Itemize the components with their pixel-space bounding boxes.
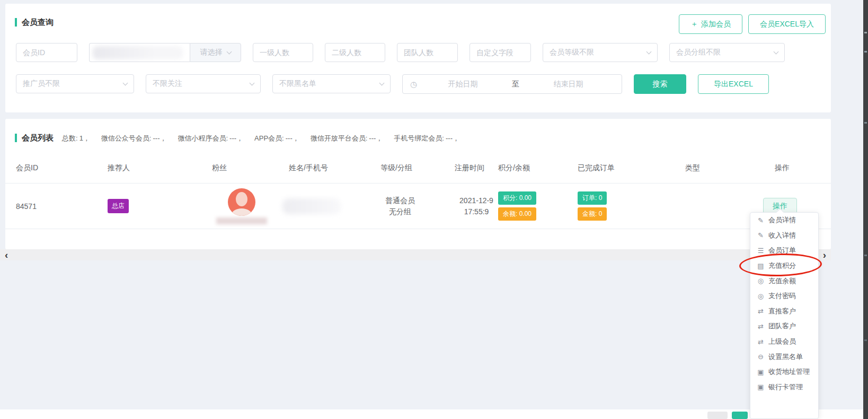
strip-mark: [864, 32, 867, 33]
card-icon: ▤: [757, 262, 765, 270]
date-to-label: 至: [509, 80, 522, 89]
avatar[interactable]: [228, 188, 255, 216]
top-actions: ＋ 添加会员 会员EXCEL导入: [679, 14, 826, 34]
referrer-badge: 总店: [108, 199, 129, 213]
filter-row-1: 请选择 会员等级不限 会员分组不限: [5, 43, 831, 62]
menu-item-bank-cards[interactable]: ▣ 银行卡管理: [750, 380, 818, 395]
menu-item-recharge-points[interactable]: ▤ 充值积分: [750, 258, 818, 274]
member-id-input[interactable]: [16, 43, 77, 62]
level2-count-input[interactable]: [325, 43, 385, 62]
promoter-select[interactable]: 推广员不限: [16, 74, 134, 93]
swap-icon: ⇄: [757, 307, 765, 315]
list-title: 会员列表: [22, 130, 54, 145]
level1-count-input[interactable]: [253, 43, 313, 62]
member-stats: 总数:1， 微信公众号会员:---， 微信小程序会员:---， APP会员:--…: [62, 131, 461, 146]
excel-import-button[interactable]: 会员EXCEL导入: [748, 14, 826, 34]
chevron-down-icon: [123, 80, 128, 85]
menu-item-member-detail[interactable]: ✎ 会员详情: [750, 213, 818, 228]
menu-item-income-detail[interactable]: ✎ 收入详情: [750, 228, 818, 243]
menu-item-member-orders[interactable]: ☰ 会员订单: [750, 243, 818, 258]
blacklist-value: 不限黑名单: [279, 79, 316, 89]
redacted-keyword-value: [93, 46, 183, 59]
chevron-down-icon: [250, 80, 255, 85]
redacted-name: [282, 198, 341, 214]
list-icon: ☰: [757, 247, 765, 255]
follow-select[interactable]: 不限关注: [146, 74, 261, 93]
keyword-input-group: 请选择: [89, 43, 241, 62]
custom-field-input[interactable]: [470, 43, 531, 62]
search-button[interactable]: 搜索: [634, 74, 686, 94]
team-count-input[interactable]: [397, 43, 458, 62]
blacklist-select[interactable]: 不限黑名单: [272, 74, 391, 93]
col-header-name-phone: 姓名/手机号: [289, 163, 380, 173]
strip-mark: [864, 255, 867, 256]
stat-wechat-open: 微信开放平台会员:---，: [311, 131, 385, 146]
end-date-placeholder[interactable]: 结束日期: [522, 80, 614, 89]
member-grade-select[interactable]: 会员等级不限: [543, 43, 658, 62]
keyword-input[interactable]: [89, 43, 190, 62]
start-date-placeholder[interactable]: 开始日期: [417, 80, 509, 89]
menu-item-shipping-address[interactable]: ▣ 收货地址管理: [750, 364, 818, 380]
group-label: 无分组: [385, 206, 415, 217]
reg-time: 17:55:9: [455, 206, 498, 217]
cell-fans: [216, 188, 267, 224]
bottom-clipped-panel: [0, 409, 868, 419]
scroll-left-icon[interactable]: ‹: [5, 250, 8, 260]
member-group-select[interactable]: 会员分组不限: [669, 43, 785, 62]
truck-icon: ▣: [757, 368, 765, 376]
swap-icon: ⇄: [757, 338, 765, 346]
date-range-picker[interactable]: ◷ 开始日期 至 结束日期: [402, 74, 622, 94]
strip-mark: [864, 51, 867, 53]
col-header-points-balance: 积分/余额: [498, 163, 578, 173]
menu-item-team-customers[interactable]: ⇄ 团队客户: [750, 319, 818, 334]
block-icon: ⊖: [757, 353, 765, 361]
table-row: 84571 总店 普通会员 无分组 2021-12-9 17:55:9: [5, 184, 831, 229]
col-header-completed-orders: 已完成订单: [578, 163, 685, 173]
add-member-label: 添加会员: [701, 20, 731, 29]
clipped-green-button[interactable]: [732, 412, 748, 419]
truck-icon: ▣: [757, 383, 765, 391]
menu-item-payment-password[interactable]: ◎ 支付密码: [750, 289, 818, 304]
col-header-type: 类型: [685, 163, 775, 173]
member-grade-value: 会员等级不限: [550, 48, 594, 57]
menu-item-direct-customers[interactable]: ⇄ 直推客户: [750, 304, 818, 319]
export-excel-button[interactable]: 导出EXCEL: [698, 74, 769, 94]
reg-date: 2021-12-9: [455, 195, 498, 206]
points-badge: 积分: 0.00: [498, 191, 536, 205]
cell-member-id: 84571: [16, 202, 108, 211]
member-group-value: 会员分组不限: [676, 48, 721, 57]
cell-grade-group: 普通会员 无分组: [380, 195, 455, 217]
add-member-button[interactable]: ＋ 添加会员: [679, 14, 742, 34]
clipped-gray-button[interactable]: [707, 412, 728, 419]
page-title: 会员查询: [22, 14, 54, 30]
orders-badge: 订单: 0: [578, 191, 607, 205]
menu-item-recharge-balance[interactable]: ◎ 充值余额: [750, 273, 818, 289]
coin-icon: ◎: [757, 292, 765, 300]
col-header-member-id: 会员ID: [16, 163, 108, 173]
filter-row-2: 推广员不限 不限关注 不限黑名单 ◷ 开始日期 至 结束日期 搜索 导出EXCE…: [5, 74, 831, 94]
coin-icon: ◎: [757, 277, 765, 285]
stat-total: 总数:1，: [62, 131, 92, 146]
scroll-right-icon[interactable]: ›: [823, 250, 826, 260]
stat-wechat-official: 微信公众号会员:---，: [101, 131, 169, 146]
cell-name-phone: [289, 198, 380, 214]
chevron-down-icon: [226, 49, 232, 54]
follow-value: 不限关注: [153, 79, 182, 89]
horizontal-scrollbar[interactable]: ‹ ›: [0, 249, 831, 260]
edit-icon: ✎: [757, 231, 765, 239]
col-header-grade-group: 等级/分组: [380, 163, 455, 173]
cell-completed-orders: 订单: 0 金额: 0: [578, 191, 685, 221]
table-header: 会员ID 推荐人 粉丝 姓名/手机号 等级/分组 注册时间 积分/余额 已完成订…: [5, 153, 831, 184]
menu-item-parent-member[interactable]: ⇄ 上级会员: [750, 334, 818, 350]
stat-app: APP会员:---，: [254, 131, 301, 146]
member-list-card: 会员列表 总数:1， 微信公众号会员:---， 微信小程序会员:---， APP…: [5, 119, 831, 249]
strip-mark: [864, 122, 867, 124]
col-header-fans: 粉丝: [212, 163, 289, 173]
promoter-value: 推广员不限: [23, 79, 60, 89]
menu-item-set-blacklist[interactable]: ⊖ 设置黑名单: [750, 349, 818, 364]
swap-icon: ⇄: [757, 322, 765, 330]
stat-phone-bound: 手机号绑定会员:---，: [394, 131, 461, 146]
col-header-reg-time: 注册时间: [455, 163, 498, 173]
cell-points-balance: 积分: 0.00 余额: 0.00: [498, 191, 578, 221]
keyword-type-select[interactable]: 请选择: [190, 43, 241, 62]
